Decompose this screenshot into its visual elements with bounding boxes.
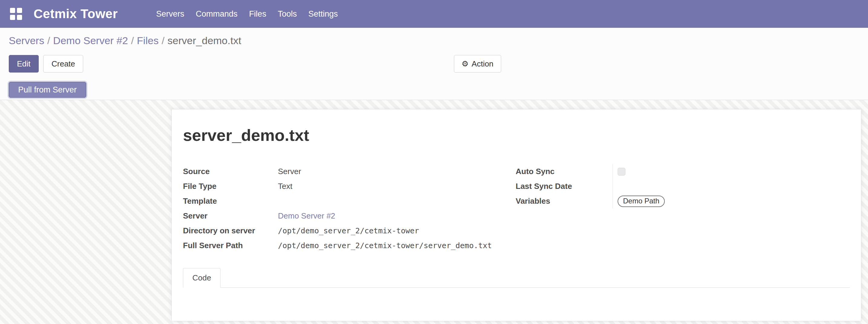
field-value-template bbox=[278, 194, 516, 208]
nav-item-commands[interactable]: Commands bbox=[190, 0, 243, 28]
field-value-server: Demo Server #2 bbox=[278, 208, 516, 223]
edit-button[interactable]: Edit bbox=[9, 55, 39, 72]
nav-item-tools[interactable]: Tools bbox=[272, 0, 303, 28]
field-value-file-type: Text bbox=[278, 179, 516, 194]
field-label-variables: Variables bbox=[516, 194, 613, 208]
tab-code[interactable]: Code bbox=[183, 268, 220, 288]
apps-menu-button[interactable] bbox=[9, 7, 23, 21]
nav-item-files[interactable]: Files bbox=[243, 0, 272, 28]
brand-title[interactable]: Cetmix Tower bbox=[34, 7, 118, 21]
apps-grid-icon bbox=[10, 8, 22, 20]
create-button[interactable]: Create bbox=[43, 55, 83, 72]
breadcrumb: Servers/Demo Server #2/Files/server_demo… bbox=[0, 28, 868, 47]
field-group-left: Source Server File Type Text Template Se… bbox=[183, 164, 516, 253]
variable-tag: Demo Path bbox=[618, 196, 665, 207]
form-content-area: server_demo.txt Source Server File Type … bbox=[0, 100, 868, 324]
field-value-variables: Demo Path bbox=[613, 194, 850, 208]
tab-bar: Code bbox=[183, 268, 850, 288]
nav-item-settings[interactable]: Settings bbox=[303, 0, 344, 28]
field-label-file-type: File Type bbox=[183, 179, 278, 194]
nav-item-servers[interactable]: Servers bbox=[150, 0, 190, 28]
field-label-full-path: Full Server Path bbox=[183, 238, 278, 253]
field-label-auto-sync: Auto Sync bbox=[516, 164, 613, 179]
page-title: server_demo.txt bbox=[183, 126, 850, 144]
breadcrumb-current: server_demo.txt bbox=[167, 35, 241, 46]
action-label: Action bbox=[471, 59, 493, 69]
breadcrumb-separator: / bbox=[128, 35, 137, 46]
breadcrumb-link-servers[interactable]: Servers bbox=[9, 35, 44, 46]
main-menu: Servers Commands Files Tools Settings bbox=[150, 0, 344, 28]
auto-sync-checkbox[interactable] bbox=[618, 168, 625, 175]
field-groups: Source Server File Type Text Template Se… bbox=[183, 164, 850, 253]
server-link[interactable]: Demo Server #2 bbox=[278, 211, 335, 221]
field-label-template: Template bbox=[183, 194, 278, 208]
button-row: Edit Create ⚙ Action bbox=[0, 55, 868, 72]
pull-from-server-button[interactable]: Pull from Server bbox=[9, 82, 86, 98]
gear-icon: ⚙ bbox=[462, 59, 468, 69]
action-dropdown-button[interactable]: ⚙ Action bbox=[454, 55, 501, 72]
top-navbar: Cetmix Tower Servers Commands Files Tool… bbox=[0, 0, 868, 28]
field-label-source: Source bbox=[183, 164, 278, 179]
field-value-auto-sync bbox=[613, 164, 850, 179]
control-panel: Servers/Demo Server #2/Files/server_demo… bbox=[0, 28, 868, 72]
field-group-right: Auto Sync Last Sync Date Variables Demo … bbox=[516, 164, 850, 253]
field-label-directory: Directory on server bbox=[183, 223, 278, 238]
form-statusbar: Pull from Server bbox=[0, 72, 868, 100]
code-tab-content bbox=[183, 288, 850, 321]
field-value-last-sync-date bbox=[613, 179, 850, 194]
breadcrumb-link-files[interactable]: Files bbox=[137, 35, 159, 46]
breadcrumb-link-demo-server[interactable]: Demo Server #2 bbox=[53, 35, 128, 46]
field-value-full-path: /opt/demo_server_2/cetmix-tower/server_d… bbox=[278, 238, 516, 253]
notebook: Code bbox=[183, 268, 850, 321]
field-label-server: Server bbox=[183, 208, 278, 223]
field-label-last-sync-date: Last Sync Date bbox=[516, 179, 613, 194]
breadcrumb-separator: / bbox=[44, 35, 53, 46]
form-sheet: server_demo.txt Source Server File Type … bbox=[172, 109, 861, 321]
field-value-directory: /opt/demo_server_2/cetmix-tower bbox=[278, 223, 516, 238]
field-value-source: Server bbox=[278, 164, 516, 179]
breadcrumb-separator: / bbox=[158, 35, 167, 46]
